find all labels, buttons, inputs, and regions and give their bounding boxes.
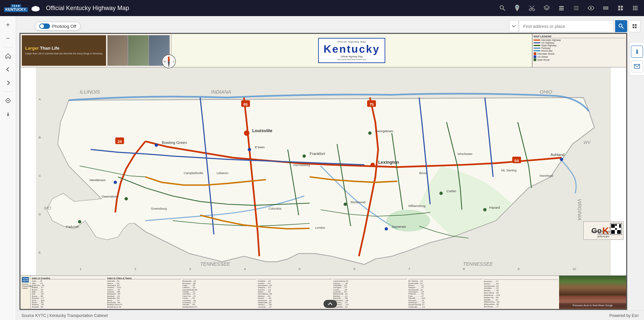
index-item: Beattyville...D8 (107, 297, 181, 299)
map-wrapper[interactable]: Larger Than Life Larger than Life is a p… (19, 33, 627, 310)
index-item: Lexington.......D7 (333, 286, 407, 288)
content-area: + − Photolog Off (0, 16, 644, 320)
svg-text:4: 4 (244, 267, 246, 271)
svg-point-33 (636, 9, 638, 10)
index-item: Ashland.......B10 (107, 286, 181, 288)
svg-text:N: N (168, 56, 170, 59)
zoom-out-button[interactable]: − (2, 32, 14, 44)
svg-point-74 (483, 208, 487, 211)
svg-text:W: W (164, 60, 166, 63)
photo-2 (128, 35, 148, 66)
north-button[interactable] (2, 108, 14, 120)
index-item: Morehead.........C9 (333, 304, 407, 305)
svg-rect-12 (559, 6, 564, 7)
eye-icon[interactable] (586, 3, 596, 13)
svg-point-41 (619, 24, 622, 27)
index-item: Winchester.......C7 (484, 306, 558, 308)
svg-text:Georgetown: Georgetown (376, 129, 393, 133)
resize-icon[interactable] (601, 3, 610, 13)
index-item: Harlan..........F9 (258, 291, 332, 292)
chevron-down-icon (512, 25, 515, 27)
qr-code (610, 223, 622, 235)
svg-rect-19 (603, 7, 608, 8)
index-item: Shelbyville..........C5 (408, 306, 482, 308)
index-item: Brandenburg..D4 (107, 306, 181, 308)
svg-text:Hazard: Hazard (489, 206, 500, 209)
index-item: Danville.......D6 (183, 304, 256, 305)
map-body[interactable]: Louisville Lexington Bowling Green Ashla… (20, 67, 626, 275)
legend-items: Interstate Highway US Highway State High… (534, 39, 625, 61)
status-bar: Source KYTC | Kentucky Transportation Ca… (16, 311, 644, 320)
team-ky-logo-bottom: TEAM KENTUCKY Kentucky Transportation Ca… (20, 276, 31, 309)
svg-point-27 (636, 6, 638, 7)
logo-team: TEAM (11, 4, 21, 7)
index-item: Pikeville.............E10 (408, 297, 482, 299)
index-col-1: Index to Counties Adair........F5 Allen.… (32, 277, 106, 308)
index-item: Paducah...........G1 (408, 293, 482, 295)
index-item: Richmond...........D7 (408, 302, 482, 303)
view-toggle[interactable] (629, 20, 641, 32)
svg-marker-11 (544, 5, 549, 9)
svg-text:TENNESSEE: TENNESSEE (200, 261, 230, 267)
apps-icon[interactable] (631, 3, 640, 13)
list-icon[interactable] (572, 3, 581, 13)
svg-text:10: 10 (573, 267, 576, 271)
back-button[interactable] (2, 63, 14, 75)
svg-point-80 (78, 220, 82, 223)
svg-text:London: London (315, 226, 325, 229)
index-item: Calhoun.......E2 (183, 286, 256, 288)
svg-text:Morehead: Morehead (540, 174, 553, 177)
scroll-up-button[interactable] (324, 300, 337, 308)
search-nav-icon[interactable] (498, 3, 507, 13)
index-item: Bracken......B7 (32, 304, 106, 305)
index-col-3: Burkesville....G6 Burlington.....B6 Cadi… (183, 277, 256, 308)
svg-point-76 (114, 181, 117, 184)
search-dropdown[interactable] (509, 20, 518, 32)
status-right: Powered by Esri (609, 313, 639, 318)
info-button[interactable]: ℹ (631, 46, 643, 58)
index-item: Lebanon..........E5 (333, 282, 407, 284)
locate-button[interactable] (2, 95, 14, 107)
svg-text:Berea: Berea (419, 171, 427, 175)
index-item: Ballard.......F1 (32, 286, 106, 288)
index-item: Auburn.........F3 (107, 289, 181, 290)
svg-text:2: 2 (135, 267, 136, 271)
index-item: Hazard..........E9 (258, 297, 332, 299)
add-button[interactable]: + (2, 19, 14, 31)
ky-subtitle-bottom: Official Highway Map (324, 55, 380, 58)
team-ky-bottom: TEAM KENTUCKY (22, 277, 29, 282)
index-item: Maysville.........B8 (333, 297, 407, 299)
svg-point-66 (248, 148, 251, 151)
grid-icon[interactable] (616, 3, 625, 13)
layers-icon[interactable] (557, 3, 566, 13)
index-item: Carlisle........C7 (183, 291, 256, 292)
index-item: Carrollton.....C5 (183, 293, 256, 295)
page-title: Official Kentucky Highway Map (46, 5, 129, 12)
svg-rect-44 (635, 24, 637, 26)
index-item: Harrodsburg...D6 (258, 293, 332, 295)
index-item: Bath..........C8 (32, 291, 106, 292)
location-icon[interactable] (512, 3, 522, 13)
svg-text:8: 8 (463, 267, 465, 271)
svg-text:Louisville: Louisville (252, 128, 272, 133)
search-button[interactable] (615, 20, 627, 32)
svg-point-6 (516, 6, 518, 7)
map-container: Photolog Off ℹ (16, 16, 644, 320)
forward-button[interactable] (2, 77, 14, 89)
svg-point-32 (635, 9, 636, 10)
index-item: Berea..........D7 (107, 300, 181, 301)
index-item: Lancaster.......E7 (258, 306, 332, 308)
search-input[interactable] (520, 20, 614, 32)
svg-point-78 (125, 197, 128, 201)
index-table: Index to Counties Adair........F5 Allen.… (31, 276, 559, 309)
home-button[interactable] (2, 50, 14, 62)
layers-alt-icon[interactable] (542, 3, 551, 13)
svg-text:3: 3 (189, 267, 191, 271)
index-item: West Liberty.....D9 (484, 292, 558, 294)
index-item: Nicholasville....D7 (408, 289, 482, 290)
scissors-icon[interactable] (527, 3, 537, 13)
svg-point-3 (33, 6, 38, 9)
mail-button[interactable] (631, 60, 643, 72)
photolog-toggle[interactable]: Photolog Off (35, 22, 81, 31)
map-center-title: N S W E Official Highway Map Kentucky Of… (171, 34, 532, 67)
